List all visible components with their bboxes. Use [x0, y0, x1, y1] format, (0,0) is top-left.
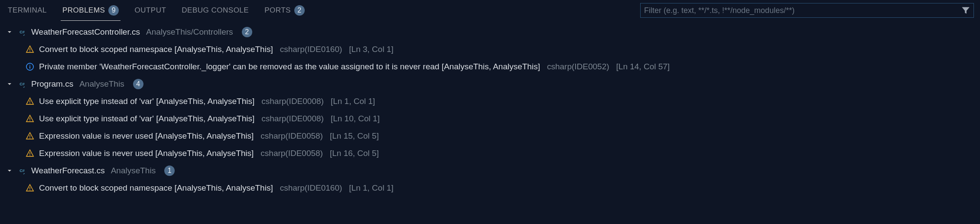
file-problem-count: 2 — [242, 27, 252, 37]
filter-input[interactable] — [644, 6, 958, 15]
svg-text:C#: C# — [20, 30, 25, 34]
tab-problems[interactable]: PROBLEMS 9 — [61, 0, 120, 21]
svg-rect-2 — [29, 49, 30, 51]
svg-rect-19 — [29, 187, 30, 189]
svg-rect-6 — [29, 66, 30, 69]
tab-label: DEBUG CONSOLE — [182, 6, 249, 15]
svg-rect-3 — [29, 51, 30, 52]
chevron-down-icon — [6, 29, 13, 36]
file-name: WeatherForecast.cs — [31, 166, 105, 175]
problem-location: [Ln 16, Col 5] — [330, 149, 379, 158]
problem-code: csharp(IDE0008) — [261, 114, 324, 123]
problem-row[interactable]: Expression value is never used [AnalyseT… — [0, 145, 980, 162]
problem-location: [Ln 3, Col 1] — [349, 45, 393, 54]
tab-label: TERMINAL — [8, 6, 47, 15]
file-path: AnalyseThis/Controllers — [146, 27, 233, 37]
svg-rect-16 — [29, 155, 30, 156]
problem-code: csharp(IDE0058) — [260, 149, 323, 158]
problems-list: C#WeatherForecastController.csAnalyseThi… — [0, 21, 980, 197]
file-problem-count: 1 — [164, 166, 175, 176]
svg-rect-10 — [29, 103, 30, 104]
problem-location: [Ln 14, Col 57] — [616, 62, 670, 71]
problem-row[interactable]: Expression value is never used [AnalyseT… — [0, 127, 980, 145]
problem-code: csharp(IDE0058) — [260, 131, 323, 141]
problem-code: csharp(IDE0008) — [261, 97, 324, 106]
chevron-down-icon — [6, 81, 13, 88]
warning-icon — [25, 45, 35, 54]
problem-message: Expression value is never used [AnalyseT… — [39, 131, 254, 141]
warning-icon — [25, 183, 35, 193]
file-name: WeatherForecastController.cs — [31, 27, 140, 37]
svg-rect-12 — [29, 120, 30, 121]
tab-badge: 2 — [294, 5, 305, 16]
warning-icon — [25, 149, 35, 158]
problem-row[interactable]: Use explicit type instead of 'var' [Anal… — [0, 110, 980, 127]
csharp-file-icon: C# — [17, 166, 27, 175]
info-icon — [25, 62, 35, 71]
problem-location: [Ln 1, Col 1] — [349, 183, 393, 193]
filter-container — [640, 3, 974, 18]
csharp-file-icon: C# — [17, 27, 27, 37]
svg-rect-20 — [29, 190, 30, 191]
tab-debug-console[interactable]: DEBUG CONSOLE — [180, 0, 251, 21]
file-path: AnalyseThis — [111, 166, 156, 175]
svg-rect-9 — [29, 101, 30, 103]
chevron-down-icon — [6, 167, 13, 174]
problem-code: csharp(IDE0160) — [280, 183, 342, 193]
problem-location: [Ln 1, Col 1] — [331, 97, 375, 106]
problem-row[interactable]: Convert to block scoped namespace [Analy… — [0, 179, 980, 197]
warning-icon — [25, 97, 35, 106]
problem-message: Use explicit type instead of 'var' [Anal… — [39, 97, 254, 106]
problem-code: csharp(IDE0160) — [280, 45, 342, 54]
svg-text:C#: C# — [20, 82, 25, 86]
file-path: AnalyseThis — [79, 79, 124, 89]
svg-rect-14 — [29, 138, 30, 139]
problem-message: Private member 'WeatherForecastControlle… — [39, 62, 540, 71]
problem-row[interactable]: Use explicit type instead of 'var' [Anal… — [0, 93, 980, 110]
svg-rect-5 — [29, 65, 30, 66]
tab-ports[interactable]: PORTS 2 — [263, 0, 306, 21]
problem-message: Convert to block scoped namespace [Analy… — [39, 183, 273, 193]
problem-message: Convert to block scoped namespace [Analy… — [39, 45, 273, 54]
tab-terminal[interactable]: TERMINAL — [6, 0, 49, 21]
warning-icon — [25, 114, 35, 123]
filter-icon[interactable] — [961, 6, 970, 15]
problem-message: Expression value is never used [AnalyseT… — [39, 149, 254, 158]
svg-rect-13 — [29, 135, 30, 137]
problem-row[interactable]: Private member 'WeatherForecastControlle… — [0, 58, 980, 75]
svg-rect-15 — [29, 153, 30, 155]
problem-row[interactable]: Convert to block scoped namespace [Analy… — [0, 41, 980, 58]
tab-label: PORTS — [264, 6, 291, 15]
file-row[interactable]: C#Program.csAnalyseThis4 — [0, 75, 980, 93]
problem-code: csharp(IDE0052) — [547, 62, 609, 71]
tab-badge: 9 — [108, 5, 119, 16]
file-row[interactable]: C#WeatherForecast.csAnalyseThis1 — [0, 162, 980, 179]
problem-location: [Ln 10, Col 1] — [331, 114, 380, 123]
tab-output[interactable]: OUTPUT — [133, 0, 168, 21]
svg-text:C#: C# — [20, 169, 25, 173]
problem-location: [Ln 15, Col 5] — [330, 131, 379, 141]
warning-icon — [25, 131, 35, 141]
panel-tabs: TERMINAL PROBLEMS 9 OUTPUT DEBUG CONSOLE… — [0, 0, 980, 21]
problem-message: Use explicit type instead of 'var' [Anal… — [39, 114, 254, 123]
tab-label: OUTPUT — [134, 6, 166, 15]
file-problem-count: 4 — [133, 79, 143, 89]
csharp-file-icon: C# — [17, 79, 27, 89]
tab-label: PROBLEMS — [62, 6, 105, 15]
file-name: Program.cs — [31, 79, 73, 89]
svg-rect-11 — [29, 118, 30, 120]
file-row[interactable]: C#WeatherForecastController.csAnalyseThi… — [0, 23, 980, 41]
